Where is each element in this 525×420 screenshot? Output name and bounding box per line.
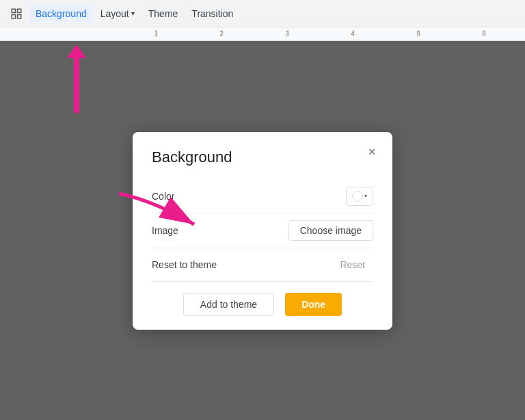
grid-icon[interactable] <box>5 3 27 25</box>
background-dialog: Background × Color ▾ Image Choose image … <box>133 132 392 330</box>
done-button[interactable]: Done <box>285 293 342 316</box>
ruler-mark: 1 <box>123 30 189 38</box>
toolbar-transition[interactable]: Transition <box>186 5 239 22</box>
modal-overlay: Background × Color ▾ Image Choose image … <box>0 41 525 420</box>
svg-rect-1 <box>18 9 21 12</box>
ruler-mark: 2 <box>189 30 254 38</box>
image-row: Image Choose image <box>152 213 373 248</box>
toolbar: Background Layout ▾ Theme Transition <box>0 0 525 27</box>
svg-rect-2 <box>12 14 15 18</box>
svg-rect-3 <box>18 14 21 18</box>
canvas-area: Background × Color ▾ Image Choose image … <box>0 41 525 420</box>
toolbar-background[interactable]: Background <box>30 5 92 22</box>
image-label: Image <box>152 225 178 236</box>
color-caret-icon: ▾ <box>364 193 367 199</box>
svg-rect-0 <box>12 9 15 12</box>
ruler: 1 2 3 4 5 6 7 8 <box>0 27 525 41</box>
color-label: Color <box>152 191 174 202</box>
color-row: Color ▾ <box>152 180 373 213</box>
ruler-mark: 4 <box>320 30 386 38</box>
reset-row: Reset to theme Reset <box>152 248 373 282</box>
add-to-theme-button[interactable]: Add to theme <box>183 293 274 316</box>
ruler-mark: 7 <box>517 30 525 38</box>
close-button[interactable]: × <box>362 143 381 162</box>
color-picker-button[interactable]: ▾ <box>346 187 373 206</box>
ruler-mark: 3 <box>254 30 320 38</box>
dialog-title: Background <box>152 148 373 166</box>
reset-button[interactable]: Reset <box>332 255 373 274</box>
reset-label: Reset to theme <box>152 259 217 270</box>
ruler-mark: 5 <box>386 30 451 38</box>
toolbar-layout[interactable]: Layout ▾ <box>95 5 140 22</box>
choose-image-button[interactable]: Choose image <box>288 220 373 241</box>
ruler-mark: 6 <box>451 30 517 38</box>
toolbar-theme[interactable]: Theme <box>143 5 184 22</box>
dialog-footer: Add to theme Done <box>152 293 373 316</box>
color-swatch <box>352 191 363 202</box>
chevron-down-icon: ▾ <box>131 10 135 17</box>
